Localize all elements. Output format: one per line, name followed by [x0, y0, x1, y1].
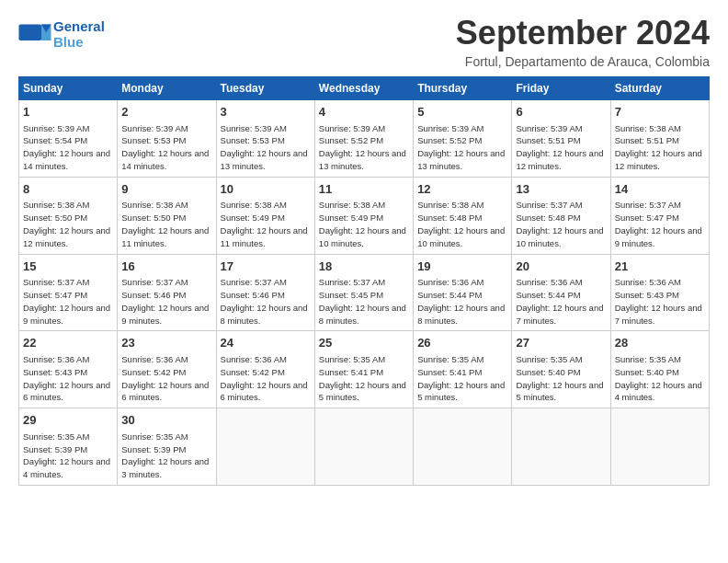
calendar-cell-0-5: 6Sunrise: 5:39 AMSunset: 5:51 PMDaylight…	[512, 100, 610, 178]
svg-rect-0	[19, 25, 42, 41]
calendar-cell-2-0: 15Sunrise: 5:37 AMSunset: 5:47 PMDayligh…	[19, 254, 118, 331]
week-row-1: 1Sunrise: 5:39 AMSunset: 5:54 PMDaylight…	[19, 100, 710, 178]
header-thursday: Thursday	[414, 77, 512, 100]
calendar-cell-0-3: 4Sunrise: 5:39 AMSunset: 5:52 PMDaylight…	[314, 100, 413, 178]
calendar-cell-3-0: 22Sunrise: 5:36 AMSunset: 5:43 PMDayligh…	[19, 331, 118, 408]
calendar-cell-3-6: 28Sunrise: 5:35 AMSunset: 5:40 PMDayligh…	[610, 331, 709, 408]
calendar-cell-1-1: 9Sunrise: 5:38 AMSunset: 5:50 PMDaylight…	[118, 177, 216, 254]
calendar-cell-4-3	[314, 408, 413, 486]
calendar-cell-0-2: 3Sunrise: 5:39 AMSunset: 5:53 PMDaylight…	[216, 100, 314, 178]
calendar-cell-3-4: 26Sunrise: 5:35 AMSunset: 5:41 PMDayligh…	[414, 331, 512, 408]
calendar-table: Sunday Monday Tuesday Wednesday Thursday…	[18, 76, 710, 486]
calendar-cell-1-6: 14Sunrise: 5:37 AMSunset: 5:47 PMDayligh…	[610, 177, 709, 254]
calendar-cell-4-4	[414, 408, 512, 486]
logo-text: General Blue	[53, 18, 105, 50]
calendar-cell-3-3: 25Sunrise: 5:35 AMSunset: 5:41 PMDayligh…	[314, 331, 413, 408]
location: Fortul, Departamento de Arauca, Colombia	[456, 54, 710, 69]
calendar-cell-4-1: 30Sunrise: 5:35 AMSunset: 5:39 PMDayligh…	[118, 408, 216, 486]
calendar-cell-0-4: 5Sunrise: 5:39 AMSunset: 5:52 PMDaylight…	[414, 100, 512, 178]
calendar-cell-1-0: 8Sunrise: 5:38 AMSunset: 5:50 PMDaylight…	[19, 177, 118, 254]
calendar-cell-2-2: 17Sunrise: 5:37 AMSunset: 5:46 PMDayligh…	[216, 254, 314, 331]
calendar-cell-0-6: 7Sunrise: 5:38 AMSunset: 5:51 PMDaylight…	[610, 100, 709, 178]
header: General Blue September 2024 Fortul, Depa…	[18, 14, 710, 69]
calendar-cell-3-1: 23Sunrise: 5:36 AMSunset: 5:42 PMDayligh…	[118, 331, 216, 408]
calendar-cell-3-2: 24Sunrise: 5:36 AMSunset: 5:42 PMDayligh…	[216, 331, 314, 408]
title-area: September 2024 Fortul, Departamento de A…	[456, 14, 710, 69]
calendar-cell-2-5: 20Sunrise: 5:36 AMSunset: 5:44 PMDayligh…	[512, 254, 610, 331]
calendar-cell-4-5	[512, 408, 610, 486]
page-container: General Blue September 2024 Fortul, Depa…	[0, 0, 728, 495]
calendar-cell-1-2: 10Sunrise: 5:38 AMSunset: 5:49 PMDayligh…	[216, 177, 314, 254]
month-title: September 2024	[456, 14, 710, 52]
header-saturday: Saturday	[610, 77, 709, 100]
header-tuesday: Tuesday	[216, 77, 314, 100]
calendar-cell-2-6: 21Sunrise: 5:36 AMSunset: 5:43 PMDayligh…	[610, 254, 709, 331]
week-row-4: 22Sunrise: 5:36 AMSunset: 5:43 PMDayligh…	[19, 331, 710, 408]
calendar-cell-2-4: 19Sunrise: 5:36 AMSunset: 5:44 PMDayligh…	[414, 254, 512, 331]
calendar-cell-2-1: 16Sunrise: 5:37 AMSunset: 5:46 PMDayligh…	[118, 254, 216, 331]
header-monday: Monday	[118, 77, 216, 100]
logo-icon	[18, 21, 51, 47]
calendar-cell-4-2	[216, 408, 314, 486]
weekday-header-row: Sunday Monday Tuesday Wednesday Thursday…	[19, 77, 710, 100]
calendar-cell-1-3: 11Sunrise: 5:38 AMSunset: 5:49 PMDayligh…	[314, 177, 413, 254]
calendar-cell-1-4: 12Sunrise: 5:38 AMSunset: 5:48 PMDayligh…	[414, 177, 512, 254]
calendar-cell-3-5: 27Sunrise: 5:35 AMSunset: 5:40 PMDayligh…	[512, 331, 610, 408]
calendar-cell-2-3: 18Sunrise: 5:37 AMSunset: 5:45 PMDayligh…	[314, 254, 413, 331]
logo: General Blue	[18, 18, 105, 50]
header-sunday: Sunday	[19, 77, 118, 100]
calendar-cell-0-0: 1Sunrise: 5:39 AMSunset: 5:54 PMDaylight…	[19, 100, 118, 178]
week-row-5: 29Sunrise: 5:35 AMSunset: 5:39 PMDayligh…	[19, 408, 710, 486]
calendar-cell-1-5: 13Sunrise: 5:37 AMSunset: 5:48 PMDayligh…	[512, 177, 610, 254]
calendar-cell-0-1: 2Sunrise: 5:39 AMSunset: 5:53 PMDaylight…	[118, 100, 216, 178]
calendar-cell-4-6	[610, 408, 709, 486]
header-friday: Friday	[512, 77, 610, 100]
week-row-2: 8Sunrise: 5:38 AMSunset: 5:50 PMDaylight…	[19, 177, 710, 254]
calendar-cell-4-0: 29Sunrise: 5:35 AMSunset: 5:39 PMDayligh…	[19, 408, 118, 486]
header-wednesday: Wednesday	[314, 77, 413, 100]
week-row-3: 15Sunrise: 5:37 AMSunset: 5:47 PMDayligh…	[19, 254, 710, 331]
